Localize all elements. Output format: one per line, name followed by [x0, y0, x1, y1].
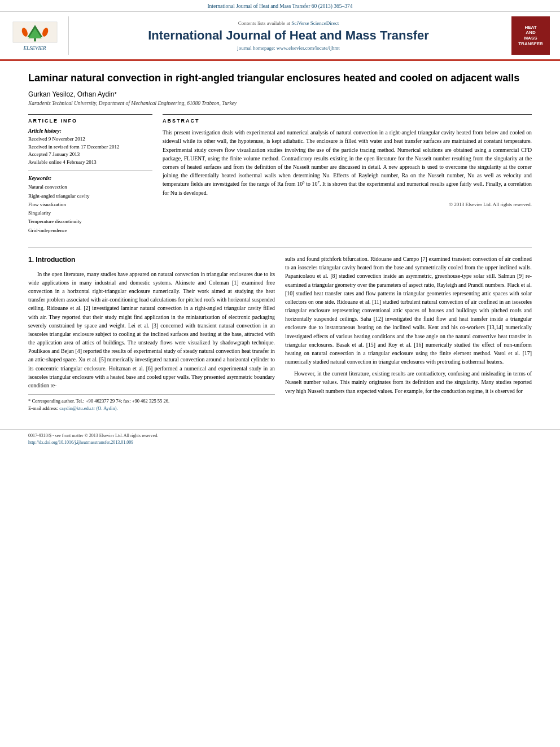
elsevier-wordmark: ELSEVIER: [24, 45, 46, 51]
intro-para-1: In the open literature, many studies hav…: [28, 270, 275, 390]
article-content: Laminar natural convection in right-angl…: [0, 61, 560, 423]
journal-title: International Journal of Heat and Mass T…: [148, 28, 429, 43]
journal-header: ELSEVIER Contents lists available at Sci…: [0, 12, 560, 61]
keywords-list: Natural convection Right-angled triangul…: [28, 183, 152, 235]
page-footer: 0017-9310/$ - see front matter © 2013 El…: [0, 429, 560, 448]
keyword-6: Grid-independence: [28, 226, 152, 235]
accepted-date: Accepted 7 January 2013: [28, 151, 152, 159]
article-info-label: ARTICLE INFO: [28, 118, 152, 124]
intro-para-2: sults and found pitchfork bifurcation. R…: [285, 255, 532, 366]
affiliation: Karadeniz Technical University, Departme…: [28, 101, 532, 106]
intro-para-3: However, in the current literature, exis…: [285, 369, 532, 395]
corresponding-star: *: [115, 91, 117, 98]
intro-heading-num: 1.: [28, 256, 34, 264]
footnote-email: E-mail address: caydin@ktu.edu.tr (O. Ay…: [28, 405, 275, 412]
keyword-1: Natural convection: [28, 183, 152, 191]
received-date: Received 9 November 2012: [28, 136, 152, 143]
footer-doi[interactable]: http://dx.doi.org/10.1016/j.ijheatmasstr…: [28, 440, 532, 445]
abstract-text: This present investigation deals with ex…: [163, 128, 532, 197]
intro-heading: 1. Introduction: [28, 255, 275, 265]
info-divider: [28, 171, 152, 171]
article-title: Laminar natural convection in right-angl…: [28, 71, 532, 85]
authors: Gurkan Yesiloz, Orhan Aydin*: [28, 90, 532, 98]
elsevier-logo-area: ELSEVIER: [7, 16, 69, 55]
journal-badge: HEAT AND MASS TRANSFER: [511, 16, 550, 55]
footnote-corresponding: * Corresponding author. Tel.: +90 462377…: [28, 397, 275, 405]
journal-reference-text: International Journal of Heat and Mass T…: [207, 3, 352, 9]
intro-heading-text: Introduction: [36, 256, 75, 264]
journal-header-center: Contents lists available at SciVerse Sci…: [75, 16, 502, 55]
author-names: Gurkan Yesiloz, Orhan Aydin: [28, 90, 115, 98]
sciverse-availability: Contents lists available at SciVerse Sci…: [238, 20, 339, 26]
keyword-4: Singularity: [28, 209, 152, 217]
revised-date: Received in revised form 17 December 201…: [28, 143, 152, 151]
keywords-label: Keywords:: [28, 176, 152, 181]
abstract-box: ABSTRACT This present investigation deal…: [163, 114, 532, 207]
homepage-url[interactable]: www.elsevier.com/locate/ijhmt: [277, 45, 340, 51]
intro-col-right: sults and found pitchfork bifurcation. R…: [285, 255, 532, 412]
copyright: © 2013 Elsevier Ltd. All rights reserved…: [163, 202, 532, 207]
article-info-column: ARTICLE INFO Article history: Received 9…: [28, 114, 152, 239]
history-label: Article history:: [28, 128, 152, 134]
footer-issn: 0017-9310/$ - see front matter © 2013 El…: [28, 433, 532, 438]
keyword-5: Temperature discontinuity: [28, 217, 152, 226]
sciverse-link[interactable]: SciVerse ScienceDirect: [291, 20, 339, 26]
available-date: Available online 4 February 2013: [28, 159, 152, 167]
footnote-area: * Corresponding author. Tel.: +90 462377…: [28, 394, 275, 412]
abstract-column: ABSTRACT This present investigation deal…: [163, 114, 532, 239]
elsevier-logo-image: [10, 21, 60, 43]
article-info-abstract: ARTICLE INFO Article history: Received 9…: [28, 114, 532, 239]
footnote-email-address: caydin@ktu.edu.tr (O. Aydin).: [59, 405, 117, 411]
journal-homepage: journal homepage: www.elsevier.com/locat…: [237, 45, 339, 51]
article-info-box: ARTICLE INFO Article history: Received 9…: [28, 114, 152, 235]
article-history: Article history: Received 9 November 201…: [28, 128, 152, 166]
keyword-3: Flow visualization: [28, 200, 152, 209]
body-divider: [28, 247, 532, 248]
journal-reference-bar: International Journal of Heat and Mass T…: [0, 0, 560, 12]
keywords-section: Keywords: Natural convection Right-angle…: [28, 176, 152, 235]
journal-badge-area: HEAT AND MASS TRANSFER: [508, 16, 553, 55]
intro-col-left: 1. Introduction In the open literature, …: [28, 255, 275, 412]
abstract-label: ABSTRACT: [163, 118, 532, 124]
introduction-section: 1. Introduction In the open literature, …: [28, 255, 532, 412]
keyword-2: Right-angled triangular cavity: [28, 192, 152, 200]
